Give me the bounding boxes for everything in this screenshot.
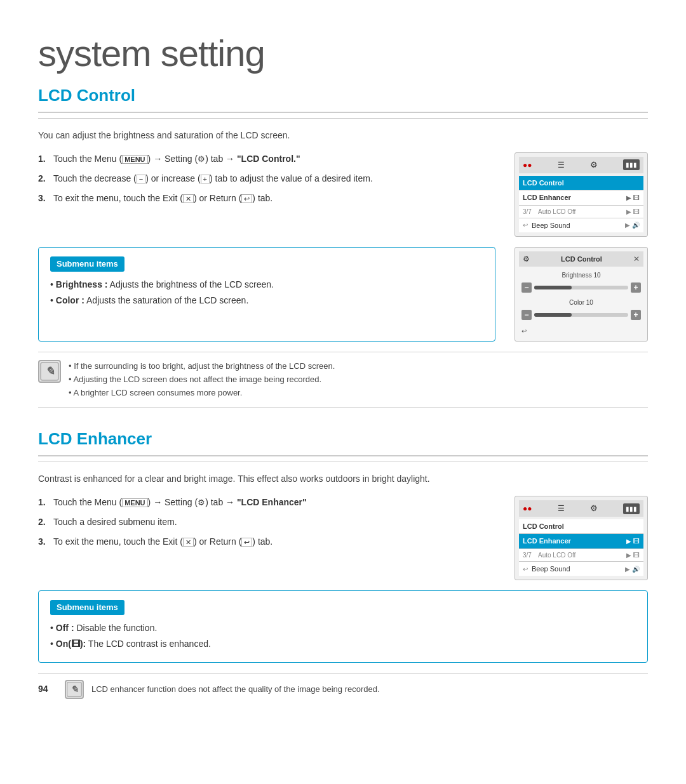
lcd-control-description: You can adjust the brightness and satura…	[38, 129, 648, 142]
lcd-enhancer-heading: LCD Enhancer	[38, 427, 648, 456]
color-slider-fill	[534, 313, 572, 317]
enhancer-step-2-text: Touch a desired submenu item.	[53, 515, 177, 529]
lcp-title: LCD Control	[561, 254, 602, 265]
brightness-slider-row: − +	[519, 282, 643, 293]
enhancer-step-1-number: 1.	[38, 496, 48, 509]
enh-cam-label-lcd-enhancer: LCD Enhancer	[523, 536, 626, 547]
cam-right-auto-lcd: ▶ 🎞	[626, 207, 640, 216]
submenu-item-color: • Color : Adjusts the saturation of the …	[50, 294, 483, 307]
lcd-control-steps-area: 1. Touch the Menu (MENU) → Setting (⚙) t…	[38, 152, 648, 237]
color-decrease-btn[interactable]: −	[521, 310, 532, 320]
enh-cam-right-auto-lcd: ▶ 🎞	[626, 550, 640, 560]
submenu-title-1: Submenu items	[50, 256, 124, 272]
svg-text:✎: ✎	[71, 684, 78, 694]
enh-cam-icon-gear: ⚙	[590, 502, 598, 515]
lcd-enhancer-submenu-box: Submenu items • Off : Disable the functi…	[38, 590, 648, 663]
step-1: 1. Touch the Menu (MENU) → Setting (⚙) t…	[38, 152, 495, 166]
enh-cam-right-beep: ▶ 🔊	[625, 564, 640, 574]
enhancer-step-3: 3. To exit the menu, touch the Exit (✕) …	[38, 535, 495, 548]
lcp-gear-icon: ⚙	[523, 253, 530, 265]
enh-cam-label-auto-lcd: Auto LCD Off	[538, 550, 626, 560]
enhancer-step-2: 2. Touch a desired submenu item.	[38, 515, 495, 529]
svg-text:✎: ✎	[45, 365, 55, 378]
lcd-control-submenu-box: Submenu items • Brightness : Adjusts the…	[38, 247, 495, 342]
enh-cam-row-lcd-control: LCD Control	[519, 519, 643, 535]
enh-cam-top-bar: ●● ☰ ⚙ ▮▮▮	[519, 500, 643, 517]
lcd-control-submenu-area: Submenu items • Brightness : Adjusts the…	[38, 247, 648, 342]
lcp-color-label: Color 10	[519, 298, 643, 307]
cam-row-lcd-enhancer: LCD Enhancer ▶ 🎞	[519, 190, 643, 206]
lcd-enhancer-steps: 1. Touch the Menu (MENU) → Setting (⚙) t…	[38, 496, 495, 580]
step-2-text: Touch the decrease (−) or increase (+) t…	[53, 172, 373, 185]
enh-cam-label-lcd-control: LCD Control	[523, 521, 640, 532]
cam-row-lcd-control: LCD Control	[519, 176, 643, 191]
note-svg-2: ✎	[66, 681, 83, 698]
page-title: system setting	[38, 25, 648, 81]
lcd-enhancer-section: LCD Enhancer Contrast is enhanced for a …	[38, 427, 648, 699]
enh-cam-row-beep: ↩ Beep Sound ▶ 🔊	[519, 562, 643, 576]
submenu-item-off: • Off : Disable the function.	[50, 621, 636, 635]
step-2: 2. Touch the decrease (−) or increase (+…	[38, 172, 495, 185]
step-2-number: 2.	[38, 172, 48, 185]
bottom-bar: 94 ✎ LCD enhancer function does not affe…	[38, 673, 648, 699]
cam-back-icon-1: ↩	[523, 220, 528, 230]
lcd-enhancer-description: Contrast is enhanced for a clear and bri…	[38, 472, 648, 486]
color-slider-track	[534, 313, 628, 317]
submenu-item-brightness: • Brightness : Adjusts the brightness of…	[50, 278, 483, 291]
enh-cam-right-lcd-enhancer: ▶ 🎞	[626, 536, 640, 546]
step-1-text: Touch the Menu (MENU) → Setting (⚙) tab …	[53, 152, 300, 166]
enhancer-step-1: 1. Touch the Menu (MENU) → Setting (⚙) t…	[38, 496, 495, 509]
cam-right-beep: ▶ 🔊	[625, 220, 640, 230]
cam-label-lcd-control: LCD Control	[523, 178, 640, 189]
note-icon-2: ✎	[65, 680, 84, 699]
lcd-enhancer-steps-area: 1. Touch the Menu (MENU) → Setting (⚙) t…	[38, 496, 648, 580]
enh-cam-nav-num: 3/7	[523, 550, 538, 560]
cam-icon-gear: ⚙	[590, 159, 598, 171]
cam-row-beep: ↩ Beep Sound ▶ 🔊	[519, 218, 643, 233]
step-3-number: 3.	[38, 192, 48, 205]
cam-right-lcd-enhancer: ▶ 🎞	[626, 193, 640, 203]
cam-icon-record: ●●	[523, 159, 532, 171]
lcd-enhancer-camera-ui: ●● ☰ ⚙ ▮▮▮ LCD Control LCD Enhancer ▶ 🎞 …	[514, 496, 648, 580]
color-increase-btn[interactable]: +	[631, 310, 641, 320]
enh-cam-icon-record: ●●	[523, 503, 532, 514]
note-text-1: • If the surrounding is too bright, adju…	[69, 360, 335, 399]
cam-label-auto-lcd: Auto LCD Off	[538, 207, 626, 216]
enh-cam-label-beep: Beep Sound	[532, 564, 625, 575]
note-svg-1: ✎	[39, 361, 60, 382]
lcd-control-steps: 1. Touch the Menu (MENU) → Setting (⚙) t…	[38, 152, 495, 237]
lcp-top-bar: ⚙ LCD Control ✕	[519, 251, 643, 267]
note-icon-1: ✎	[38, 360, 61, 383]
enhancer-step-3-text: To exit the menu, touch the Exit (✕) or …	[53, 535, 272, 548]
enhancer-step-3-number: 3.	[38, 535, 48, 548]
lcd-control-section: LCD Control You can adjust the brightnes…	[38, 83, 648, 408]
step-1-number: 1.	[38, 152, 48, 166]
enhancer-step-2-number: 2.	[38, 515, 48, 529]
brightness-increase-btn[interactable]: +	[631, 282, 641, 293]
cam-label-lcd-enhancer: LCD Enhancer	[523, 192, 626, 203]
cam-icon-menu: ☰	[558, 159, 565, 171]
brightness-decrease-btn[interactable]: −	[521, 282, 532, 293]
enhancer-step-1-text: Touch the Menu (MENU) → Setting (⚙) tab …	[53, 496, 307, 509]
submenu-item-on: • On(🎞): The LCD contrast is enhanced.	[50, 637, 636, 651]
enh-cam-back-icon: ↩	[523, 564, 528, 574]
step-3: 3. To exit the menu, touch the Exit (✕) …	[38, 192, 495, 205]
lcd-control-heading: LCD Control	[38, 83, 648, 113]
enh-cam-row-lcd-enhancer: LCD Enhancer ▶ 🎞	[519, 534, 643, 549]
brightness-slider-fill	[534, 286, 572, 289]
lcp-brightness-label: Brightness 10	[519, 270, 643, 280]
step-3-text: To exit the menu, touch the Exit (✕) or …	[53, 192, 272, 205]
lcd-control-panel: ⚙ LCD Control ✕ Brightness 10 − + Color …	[514, 247, 648, 342]
color-slider-row: − +	[519, 310, 643, 320]
cam-top-bar: ●● ☰ ⚙ ▮▮▮	[519, 157, 643, 173]
cam-nav-num: 3/7	[523, 207, 538, 216]
lcp-close-icon: ✕	[633, 253, 640, 265]
cam-nav-row: 3/7 Auto LCD Off ▶ 🎞	[519, 206, 643, 218]
enh-cam-icon-battery: ▮▮▮	[623, 503, 640, 514]
submenu-title-2: Submenu items	[50, 600, 124, 615]
lcp-back-icon: ↩	[519, 325, 643, 337]
cam-icon-battery: ▮▮▮	[623, 159, 640, 170]
enh-cam-icon-menu: ☰	[558, 503, 565, 514]
cam-label-beep: Beep Sound	[532, 220, 625, 231]
brightness-slider-track	[534, 286, 628, 289]
